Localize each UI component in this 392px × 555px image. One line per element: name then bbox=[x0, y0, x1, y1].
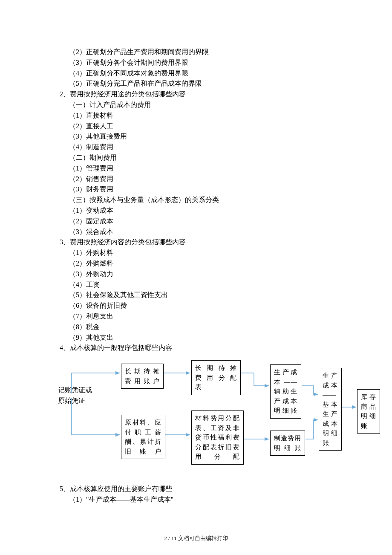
text: 基本 bbox=[323, 400, 338, 410]
text: 产成本 bbox=[274, 396, 297, 406]
flow-box-inventory: 库存 商品 明细 账 bbox=[357, 389, 380, 434]
text: 酬、累计折 bbox=[125, 437, 161, 447]
text-line: （三）按照成本与业务量（成本形态）的关系分类 bbox=[60, 195, 366, 205]
text-line: 4、成本核算的一般程序包括哪些内容 bbox=[60, 343, 366, 353]
text: 付职工薪 bbox=[125, 428, 161, 437]
text-line: （4）制造费用 bbox=[60, 142, 366, 153]
text: 原始凭证 bbox=[58, 396, 92, 406]
text-line: 3、费用按照经济内容的分类包括哪些内容 bbox=[60, 237, 366, 248]
text-line: （1）管理费用 bbox=[60, 163, 366, 174]
flow-box-materials-account: 原材料、应 付职工薪 酬、累计折 旧账户 bbox=[121, 415, 165, 459]
text: 用分配 bbox=[195, 452, 240, 462]
page-footer: 2 / 11 文档可自由编辑打印 bbox=[0, 535, 392, 542]
text: 本—— bbox=[274, 377, 297, 387]
text-line: （3）其他直接费用 bbox=[60, 131, 366, 142]
text: 明细 bbox=[361, 411, 376, 421]
text: 明细 bbox=[323, 428, 338, 438]
text-line: （7）利息支出 bbox=[60, 311, 366, 322]
text: —— bbox=[323, 390, 338, 400]
text-line: （3）财务费用 bbox=[60, 184, 366, 195]
text-line: （1）"生产成本——基本生产成本" bbox=[60, 494, 366, 505]
text: 材料费用分配 bbox=[195, 413, 240, 423]
text-line: （4）正确划分不同成本对象的费用界限 bbox=[60, 68, 366, 79]
text-line: （3）外购动力 bbox=[60, 269, 366, 280]
text-line: （2）外购燃料 bbox=[60, 258, 366, 269]
text: 原材料、应 bbox=[125, 418, 161, 428]
text: 成本 bbox=[323, 381, 338, 390]
text-line: （8）税金 bbox=[60, 322, 366, 332]
text: 费用账户 bbox=[125, 376, 160, 386]
text: 账 bbox=[361, 421, 376, 431]
text-line: （2）销售费用 bbox=[60, 174, 366, 185]
text: 成本 bbox=[323, 419, 338, 429]
text-line: （4）工资 bbox=[60, 280, 366, 290]
text-line: （2）直接人工 bbox=[60, 121, 366, 132]
flow-source-label: 记账凭证或 原始凭证 bbox=[58, 385, 92, 406]
text-line: （5）正确划分完工产品和在产品成本的界限 bbox=[60, 78, 366, 89]
text: 生产成 bbox=[274, 367, 297, 377]
flow-box-materials-alloc: 材料费用分配 表、工资及非 货币性福利费 分配表折旧费 用分配 bbox=[191, 410, 244, 465]
text-line: （1）直接材料 bbox=[60, 110, 366, 121]
text-line: （5）社会保险及其他工资性支出 bbox=[60, 290, 366, 301]
text-line: （6）设备的折旧费 bbox=[60, 301, 366, 311]
flow-box-longterm-alloc: 长期待摊 费用分配 表 bbox=[191, 360, 241, 395]
text-line: （1）外购材料 bbox=[60, 248, 366, 258]
text-line: （2）固定成本 bbox=[60, 216, 366, 227]
text-line: （3）混合成本 bbox=[60, 227, 366, 237]
text: 货币性福利费 bbox=[195, 433, 240, 442]
text: 明细账 bbox=[274, 443, 301, 453]
text: 旧账户 bbox=[125, 447, 161, 457]
page-content: （2）正确划分产品生产费用和期间费用的界限（3）正确划分各个会计期间的费用界限（… bbox=[0, 0, 392, 505]
text: 记账凭证或 bbox=[58, 385, 92, 396]
text: 生产 bbox=[323, 371, 338, 381]
text: 生产 bbox=[323, 409, 338, 419]
text: 明细账 bbox=[274, 406, 297, 416]
text: 商品 bbox=[361, 402, 376, 412]
text: 库存 bbox=[361, 392, 376, 402]
text: 分配表折旧费 bbox=[195, 442, 240, 452]
text: 费用分配 bbox=[195, 373, 237, 383]
text-line: 2、费用按照经济用途的分类包括哪些内容 bbox=[60, 89, 366, 100]
text: 辅助生 bbox=[274, 387, 297, 396]
text: 制造费用 bbox=[274, 434, 301, 443]
text: 长期待摊 bbox=[125, 367, 160, 376]
flow-box-mfg-expense: 制造费用 明细账 bbox=[270, 431, 305, 456]
flow-box-basic-cost: 生产 成本 —— 基本 生产 成本 明细 账 bbox=[319, 368, 342, 451]
text-line: （二）期间费用 bbox=[60, 153, 366, 163]
text: 表、工资及非 bbox=[195, 423, 240, 433]
flowchart: 记账凭证或 原始凭证 长期待摊 费用账户 长期待摊 费用分配 表 原材料、应 付… bbox=[58, 356, 382, 467]
text: 账 bbox=[323, 438, 338, 448]
text-line: 5、成本核算应使用的主要账户有哪些 bbox=[60, 484, 366, 494]
text-line: （9）其他支出 bbox=[60, 332, 366, 343]
text: 表 bbox=[195, 382, 237, 392]
flow-box-longterm-account: 长期待摊 费用账户 bbox=[121, 364, 164, 389]
text-line: （2）正确划分产品生产费用和期间费用的界限 bbox=[60, 47, 366, 58]
flow-box-aux-cost: 生产成 本—— 辅助生 产成本 明细账 bbox=[270, 364, 301, 419]
text-line: （1）变动成本 bbox=[60, 205, 366, 216]
text: 长期待摊 bbox=[195, 363, 237, 373]
text-line: （3）正确划分各个会计期间的费用界限 bbox=[60, 58, 366, 68]
text-line: （一）计入产品成本的费用 bbox=[60, 100, 366, 110]
